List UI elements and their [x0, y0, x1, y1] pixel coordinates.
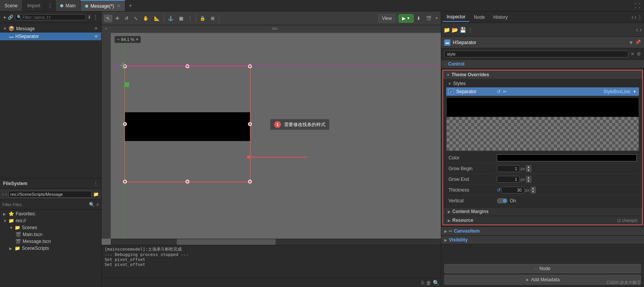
log-copy-btn[interactable]: ⎘	[421, 280, 424, 286]
tab-node[interactable]: Node	[470, 13, 489, 21]
grow-begin-spin[interactable]: ▲ ▼	[526, 165, 531, 172]
insp-nav-forward[interactable]: ›	[634, 14, 636, 21]
node-pin-btn[interactable]: 📌	[635, 39, 641, 46]
handle-bl[interactable]	[123, 180, 127, 184]
tab-add-icon[interactable]: +	[125, 0, 135, 11]
handle-br[interactable]	[248, 180, 252, 184]
styles-header[interactable]: ▼ Styles	[446, 80, 639, 87]
fs-item-scenes[interactable]: ▼ 📁 Scenes	[0, 224, 101, 231]
visibility-section[interactable]: ▶ Visibility	[441, 236, 644, 244]
movie-btn[interactable]: 🎬	[424, 15, 434, 22]
node-section-btn[interactable]: ○ Node	[444, 264, 641, 273]
zoom-minus[interactable]: −	[117, 37, 120, 42]
tree-item-hseparator[interactable]: ▬ HSeparator 👁	[0, 33, 101, 40]
tool-more1[interactable]: ⋮	[186, 15, 194, 22]
zoom-plus[interactable]: +	[136, 37, 138, 42]
insp-more-icon[interactable]: ⋮	[468, 27, 473, 33]
tree-item-message[interactable]: ▼ 📦 Message 👁	[0, 25, 101, 33]
tool-pan[interactable]: ✋	[141, 15, 151, 22]
sep-edit-btn[interactable]: ✏	[503, 89, 507, 94]
tool-move[interactable]: ✛	[113, 15, 122, 22]
tool-grid[interactable]: ▦	[177, 15, 186, 22]
grow-end-spin[interactable]: ▲ ▼	[526, 176, 531, 183]
play-btn[interactable]: ▶ ▼	[399, 14, 414, 23]
fs-item-main-tscn[interactable]: 🎬 Main.tscn	[0, 231, 101, 238]
insp-save-icon[interactable]: 💾	[460, 27, 466, 33]
handle-tr[interactable]	[248, 64, 252, 68]
tool-lock[interactable]: 🔒	[197, 15, 208, 22]
panel-more-icon[interactable]: ⋮	[45, 0, 55, 11]
filter-settings-btn[interactable]: ⚙	[637, 51, 641, 57]
handle-ml[interactable]	[123, 122, 127, 126]
sep-reset-btn[interactable]: ↺	[497, 89, 501, 94]
scene-more-icon[interactable]: ⋮	[93, 14, 98, 20]
sep-checkbox[interactable]: ✓	[449, 89, 454, 94]
insp-load-icon[interactable]: 📁	[444, 27, 450, 33]
log-search-btn[interactable]: 🔍	[433, 280, 439, 286]
fs-title: FileSystem	[3, 181, 27, 186]
tab-message[interactable]: Message(*) ✕	[80, 0, 125, 11]
fs-back-btn[interactable]: ‹	[2, 192, 4, 197]
tab-inspector[interactable]: Inspector	[443, 13, 469, 22]
fs-item-favorites[interactable]: ▶ ⭐ Favorites:	[0, 210, 101, 217]
tab-message-close[interactable]: ✕	[117, 3, 120, 8]
handle-bc[interactable]	[186, 180, 189, 184]
h-scrollbar[interactable]	[111, 239, 441, 245]
scene-filter-input[interactable]	[22, 15, 84, 20]
sep-dropdown-btn[interactable]: ▼	[632, 89, 637, 94]
thickness-spin[interactable]: ▲ ▼	[531, 187, 536, 194]
grow-begin-input[interactable]	[497, 165, 520, 172]
fs-sort-icon[interactable]: ≡	[96, 202, 99, 207]
pivot-cross[interactable]: ✛	[120, 62, 127, 70]
thickness-input[interactable]	[501, 187, 524, 194]
hsep-vis-icon[interactable]: 👁	[94, 34, 98, 39]
tab-main[interactable]: Main	[56, 0, 80, 11]
vertical-toggle[interactable]: On	[497, 198, 516, 203]
selected-node-outline[interactable]: ✛	[124, 66, 251, 182]
fullscreen-btn[interactable]: ⛶	[631, 0, 644, 11]
inspector-filter-input[interactable]	[444, 51, 628, 57]
fs-search-icon[interactable]: 🔍	[89, 202, 95, 207]
scene-link-btn[interactable]: 🔗	[8, 15, 13, 20]
fs-item-message-tscn[interactable]: 🎬 Message.tscn	[0, 238, 101, 245]
insp-open-icon[interactable]: 📂	[452, 27, 458, 33]
tab-scene[interactable]: Scene	[0, 0, 23, 11]
insp-nav-back[interactable]: ‹	[631, 14, 633, 21]
fs-item-res[interactable]: ▼ 📁 res://	[0, 217, 101, 224]
control-section-header[interactable]: ○ Control	[441, 60, 644, 69]
movie-dropdown[interactable]: ▼	[435, 16, 439, 20]
deploy-btn[interactable]: ⬇	[414, 15, 423, 22]
tool-rotate[interactable]: ↺	[122, 15, 131, 22]
content-margins-row[interactable]: ▶ Content Margins	[443, 207, 642, 216]
fs-item-scenescripts[interactable]: ▶ 📁 SceneScripts	[0, 245, 101, 252]
color-swatch[interactable]	[497, 154, 637, 161]
tool-group[interactable]: ⊞	[209, 15, 217, 22]
tool-anchor[interactable]: ⚓	[166, 15, 176, 22]
tool-ruler[interactable]: 📐	[152, 15, 162, 22]
node-dropdown-btn[interactable]: ▼	[628, 39, 634, 46]
canvas-item-section[interactable]: ▶ ✏ CanvasItem	[441, 226, 644, 236]
tool-select[interactable]: ↖	[104, 15, 112, 22]
green-square[interactable]	[125, 82, 129, 87]
insp-panel-more[interactable]: ⋮	[637, 14, 642, 20]
view-btn[interactable]: View	[378, 14, 395, 23]
scene-import-icon[interactable]: ⬇	[87, 15, 91, 20]
log-clear-btn[interactable]: 🗑	[426, 280, 431, 286]
insp-back-btn[interactable]: ‹	[636, 26, 638, 33]
toggle-box[interactable]	[497, 198, 508, 203]
tab-history[interactable]: History	[490, 13, 511, 21]
tool-scale[interactable]: ⤡	[131, 15, 140, 22]
message-vis-icon[interactable]: 👁	[94, 26, 98, 31]
resource-row[interactable]: ▶ Resource (1 change)	[443, 216, 642, 225]
tab-import[interactable]: Import	[23, 0, 45, 11]
scene-add-btn[interactable]: +	[3, 14, 6, 20]
fs-more-icon[interactable]: ⋮	[94, 181, 98, 186]
insp-fwd-btn[interactable]: ›	[640, 26, 642, 33]
theme-overrides-header[interactable]: ▼ Theme Overrides	[443, 71, 642, 79]
handle-mr[interactable]	[248, 122, 252, 126]
thickness-reset-btn[interactable]: ↺	[497, 187, 501, 193]
handle-tc[interactable]	[186, 64, 189, 68]
fs-forward-btn[interactable]: ›	[5, 192, 7, 197]
filter-clear-btn[interactable]: ✕	[631, 51, 634, 57]
grow-end-input[interactable]	[497, 176, 520, 183]
